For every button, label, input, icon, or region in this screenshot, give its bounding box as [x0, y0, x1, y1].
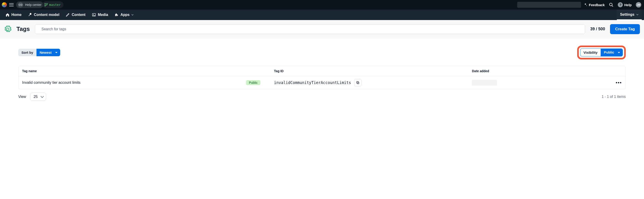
- visibility-value[interactable]: Public: [601, 48, 623, 56]
- contentful-logo[interactable]: [2, 2, 7, 7]
- svg-point-1: [46, 3, 47, 4]
- date-added-redacted: [472, 80, 497, 86]
- nav-settings[interactable]: Settings: [617, 9, 642, 20]
- org-badge: CO: [18, 2, 23, 7]
- user-avatar[interactable]: JM: [636, 2, 641, 7]
- col-header-id: Tag ID: [274, 69, 472, 73]
- sort-control[interactable]: Sort by Newest: [18, 49, 60, 56]
- svg-rect-7: [357, 81, 358, 83]
- nav-apps[interactable]: Apps: [111, 9, 137, 20]
- col-header-name: Tag name: [22, 69, 274, 73]
- nav-content-model-label: Content model: [34, 13, 59, 17]
- nav-settings-label: Settings: [620, 12, 634, 17]
- feedback-label: Feedback: [589, 3, 604, 7]
- wrench-icon: [28, 13, 32, 17]
- tag-name: Invalid community tier account limits: [22, 81, 80, 85]
- tags-table: Tag name Tag ID Date added Invalid commu…: [18, 66, 626, 89]
- col-header-date: Date added: [472, 69, 580, 73]
- svg-rect-6: [357, 82, 359, 84]
- branch-name: master: [49, 3, 61, 6]
- create-tag-button[interactable]: Create Tag: [610, 24, 640, 34]
- table-header: Tag name Tag ID Date added: [18, 66, 626, 76]
- chevron-down-icon: [131, 14, 134, 16]
- branch-switcher[interactable]: master: [42, 1, 64, 8]
- visibility-highlight: Visibility Public: [577, 45, 626, 59]
- svg-point-2: [44, 5, 46, 6]
- tag-counter: 39 / 500: [590, 27, 605, 31]
- visibility-label: Visibility: [580, 48, 601, 56]
- nav-apps-label: Apps: [120, 13, 130, 17]
- settings-gear-icon: [4, 25, 12, 33]
- help-icon: ?: [618, 2, 623, 7]
- search-icon: [609, 2, 614, 7]
- help-label: Help: [624, 3, 632, 7]
- search-input[interactable]: [35, 24, 586, 34]
- puzzle-icon: [114, 13, 118, 17]
- nav-content-model[interactable]: Content model: [25, 9, 62, 20]
- copy-id-button[interactable]: [354, 79, 362, 86]
- pagination-range: 1 - 1 of 1 items: [602, 95, 626, 99]
- nav-content[interactable]: Content: [62, 9, 88, 20]
- feedback-link[interactable]: Feedback: [583, 3, 604, 7]
- sort-label: Sort by: [18, 49, 36, 56]
- row-actions-menu[interactable]: •••: [616, 80, 622, 85]
- nav-media-label: Media: [98, 13, 108, 17]
- svg-point-5: [93, 14, 94, 14]
- page-size-select[interactable]: 25: [30, 93, 46, 101]
- page-title: Tags: [16, 25, 30, 32]
- image-icon: [92, 13, 96, 17]
- nav-home-label: Home: [12, 13, 22, 17]
- svg-point-0: [44, 3, 46, 4]
- space-switcher[interactable]: CO Help center: [16, 1, 43, 8]
- menu-icon[interactable]: [9, 3, 14, 6]
- view-label: View: [18, 95, 26, 99]
- space-name: Help center: [25, 3, 42, 6]
- top-center-placeholder: [517, 2, 581, 8]
- visibility-badge: Public: [246, 80, 260, 85]
- search-button[interactable]: [609, 2, 614, 7]
- chevron-down-icon: [636, 13, 638, 16]
- help-link[interactable]: ? Help: [618, 2, 632, 7]
- nav-media[interactable]: Media: [89, 9, 111, 20]
- nav-home[interactable]: Home: [2, 9, 25, 20]
- visibility-control[interactable]: Visibility Public: [580, 48, 623, 56]
- sort-value[interactable]: Newest: [36, 49, 60, 56]
- branch-icon: [44, 3, 48, 6]
- table-row: Invalid community tier account limits Pu…: [18, 76, 626, 89]
- nav-content-label: Content: [72, 13, 85, 17]
- copy-icon: [356, 81, 360, 84]
- home-icon: [6, 13, 10, 17]
- tag-id: invalidCommunityTierAccountLimits: [274, 80, 351, 85]
- pen-icon: [66, 13, 70, 17]
- sparkle-icon: [583, 3, 588, 7]
